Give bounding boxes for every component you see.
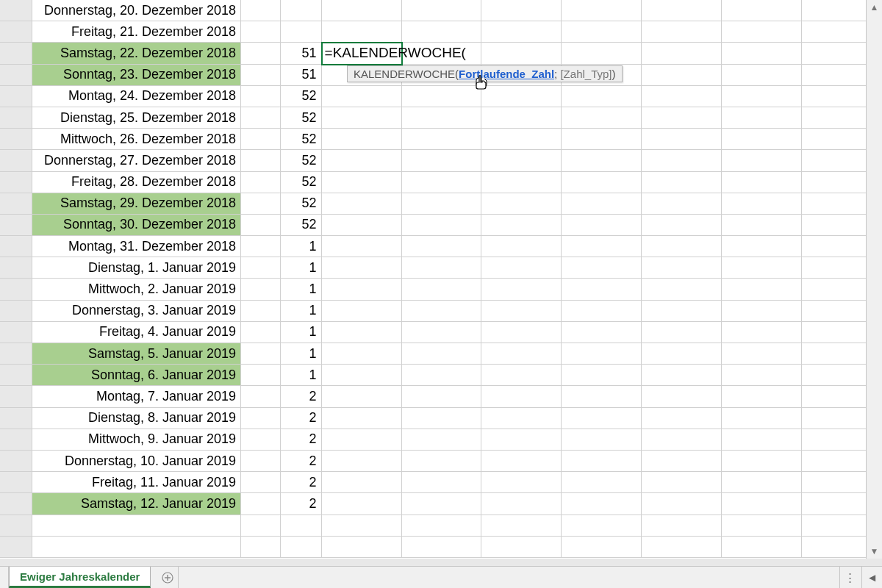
spreadsheet-grid[interactable]: Donnerstag, 20. Dezember 2018Freitag, 21… [0, 0, 882, 559]
row-margin[interactable] [0, 515, 32, 537]
cell[interactable] [322, 343, 402, 365]
empty-cell[interactable] [241, 301, 281, 322]
cell[interactable] [481, 322, 562, 343]
empty-cell[interactable] [241, 493, 281, 514]
empty-cell[interactable] [241, 129, 281, 150]
cell[interactable] [722, 537, 802, 558]
empty-cell[interactable] [241, 65, 281, 86]
date-cell[interactable]: Freitag, 11. Januar 2019 [32, 472, 241, 493]
cell[interactable] [402, 301, 482, 322]
cell[interactable] [642, 343, 722, 365]
week-number-cell[interactable] [281, 515, 322, 537]
cell[interactable] [642, 472, 722, 493]
empty-cell[interactable] [241, 343, 281, 365]
cell[interactable] [322, 150, 402, 171]
empty-cell[interactable] [241, 322, 281, 343]
cell[interactable] [322, 429, 402, 451]
row-margin[interactable] [0, 537, 32, 558]
empty-cell[interactable] [241, 21, 281, 43]
empty-cell[interactable] [241, 472, 281, 493]
cell[interactable] [481, 451, 562, 472]
cell[interactable] [481, 172, 562, 193]
cell[interactable] [481, 408, 562, 429]
cell[interactable] [722, 301, 802, 322]
cell[interactable] [642, 129, 722, 150]
empty-cell[interactable] [241, 257, 281, 279]
row-margin[interactable] [0, 236, 32, 257]
row-margin[interactable] [0, 150, 32, 171]
cell[interactable] [402, 493, 482, 514]
cell[interactable] [722, 322, 802, 343]
date-cell[interactable]: Donnerstag, 27. Dezember 2018 [32, 150, 241, 171]
date-cell[interactable]: Samstag, 5. Januar 2019 [32, 343, 241, 365]
cell[interactable] [722, 215, 802, 236]
cell[interactable] [642, 301, 722, 322]
cell[interactable] [322, 322, 402, 343]
week-number-cell[interactable]: 2 [281, 493, 322, 514]
row-margin[interactable] [0, 215, 32, 236]
scroll-left-icon[interactable]: ◄ [861, 567, 882, 588]
cell[interactable] [642, 322, 722, 343]
cell[interactable] [481, 43, 562, 64]
cell[interactable] [402, 322, 482, 343]
empty-cell[interactable] [241, 515, 281, 537]
cell[interactable] [722, 279, 802, 300]
week-number-cell[interactable]: 52 [281, 86, 322, 107]
empty-cell[interactable] [241, 150, 281, 171]
cell[interactable] [722, 386, 802, 407]
row-margin[interactable] [0, 451, 32, 472]
empty-cell[interactable] [241, 365, 281, 386]
cell[interactable] [562, 279, 642, 300]
cell[interactable] [562, 322, 642, 343]
cell[interactable] [481, 537, 562, 558]
date-cell[interactable]: Mittwoch, 9. Januar 2019 [32, 429, 241, 451]
empty-cell[interactable] [241, 408, 281, 429]
cell[interactable] [642, 537, 722, 558]
week-number-cell[interactable]: 52 [281, 193, 322, 215]
cell[interactable] [642, 65, 722, 86]
cell[interactable] [562, 21, 642, 43]
week-number-cell[interactable]: 1 [281, 322, 322, 343]
week-number-cell[interactable]: 1 [281, 343, 322, 365]
row-margin[interactable] [0, 472, 32, 493]
cell[interactable] [481, 493, 562, 514]
week-number-cell[interactable]: 52 [281, 107, 322, 129]
cell[interactable] [322, 386, 402, 407]
cell[interactable] [642, 451, 722, 472]
cell[interactable] [402, 472, 482, 493]
cell[interactable] [481, 386, 562, 407]
cell[interactable] [402, 537, 482, 558]
cell[interactable] [722, 493, 802, 514]
row-margin[interactable] [0, 408, 32, 429]
cell[interactable] [642, 86, 722, 107]
cell[interactable] [322, 215, 402, 236]
cell[interactable] [722, 193, 802, 215]
week-number-cell[interactable]: 1 [281, 365, 322, 386]
cell[interactable] [722, 343, 802, 365]
cell[interactable] [402, 451, 482, 472]
empty-cell[interactable] [241, 86, 281, 107]
cell[interactable] [562, 107, 642, 129]
cell[interactable] [402, 279, 482, 300]
cell[interactable] [322, 515, 402, 537]
cell[interactable] [722, 172, 802, 193]
week-number-cell[interactable]: 51 [281, 65, 322, 86]
cell[interactable] [322, 472, 402, 493]
cell[interactable] [562, 493, 642, 514]
empty-cell[interactable] [241, 172, 281, 193]
row-margin[interactable] [0, 65, 32, 86]
row-margin[interactable] [0, 301, 32, 322]
scroll-up-icon[interactable]: ▲ [867, 0, 882, 15]
cell[interactable] [562, 193, 642, 215]
cell[interactable] [402, 215, 482, 236]
cell[interactable] [322, 193, 402, 215]
date-cell[interactable]: Dienstag, 8. Januar 2019 [32, 408, 241, 429]
empty-cell[interactable] [241, 236, 281, 257]
cell[interactable] [562, 365, 642, 386]
cell[interactable] [402, 86, 482, 107]
cell[interactable] [402, 257, 482, 279]
week-number-cell[interactable]: 2 [281, 386, 322, 407]
cell[interactable] [322, 236, 402, 257]
cell[interactable] [722, 236, 802, 257]
row-margin[interactable] [0, 257, 32, 279]
